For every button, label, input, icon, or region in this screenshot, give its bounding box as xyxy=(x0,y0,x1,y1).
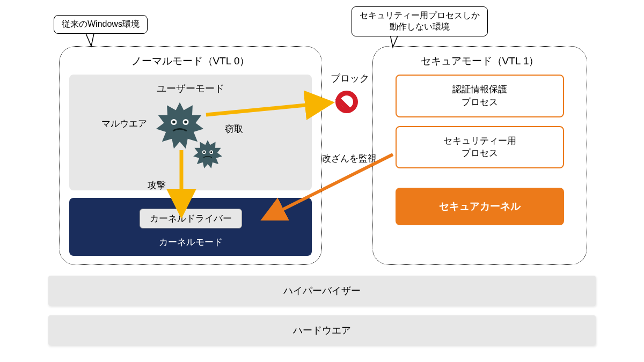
callout-tail-left xyxy=(82,31,98,50)
svg-point-13 xyxy=(210,151,212,153)
svg-point-12 xyxy=(203,151,205,153)
attack-label: 攻撃 xyxy=(148,179,166,191)
cred-protect-box: 認証情報保護 プロセス xyxy=(396,75,564,117)
virus-icon-small xyxy=(193,139,223,171)
callout-traditional-windows: 従来のWindows環境 xyxy=(54,15,148,34)
user-mode-title: ユーザーモード xyxy=(77,82,304,95)
hardware-layer: ハードウエア xyxy=(48,315,596,345)
security-process-box: セキュリティー用 プロセス xyxy=(396,126,564,169)
kernel-driver-box: カーネルドライバー xyxy=(140,209,242,228)
kernel-mode-label: カーネルモード xyxy=(77,236,304,248)
block-icon xyxy=(334,89,360,115)
secure-kernel-label: セキュアカーネル xyxy=(439,201,521,212)
secure-kernel-box: セキュアカーネル xyxy=(396,188,564,225)
block-label: ブロック xyxy=(331,72,369,85)
cred-protect-l2: プロセス xyxy=(462,97,498,107)
steal-label: 窃取 xyxy=(225,123,243,135)
security-process-l2: プロセス xyxy=(462,148,498,158)
hardware-label: ハードウエア xyxy=(293,325,351,336)
security-process-l1: セキュリティー用 xyxy=(443,136,516,146)
svg-point-7 xyxy=(172,121,175,124)
user-mode-box: ユーザーモード マルウエア 窃取 攻撃 xyxy=(69,75,312,190)
callout-text-l2: 動作しない環境 xyxy=(390,22,450,31)
cred-protect-l1: 認証情報保護 xyxy=(452,84,507,94)
svg-marker-9 xyxy=(193,140,222,168)
kernel-mode-box: カーネルドライバー カーネルモード xyxy=(69,198,312,256)
secure-mode-title: セキュアモード（VTL 1） xyxy=(383,54,577,68)
secure-mode-container: セキュアモード（VTL 1） 認証情報保護 プロセス セキュリティー用 プロセス… xyxy=(372,46,587,265)
malware-label: マルウエア xyxy=(101,117,147,130)
callout-text-l1: セキュリティー用プロセスしか xyxy=(360,11,480,20)
normal-mode-title: ノーマルモード（VTL 0） xyxy=(69,54,312,68)
callout-text: 従来のWindows環境 xyxy=(62,19,140,28)
hypervisor-label: ハイパーバイザー xyxy=(283,285,361,296)
svg-point-8 xyxy=(184,121,187,124)
monitor-label: 改ざんを監視 xyxy=(322,152,377,165)
diagram-root: 従来のWindows環境 セキュリティー用プロセスしか 動作しない環境 ノーマル… xyxy=(0,0,644,362)
hypervisor-layer: ハイパーバイザー xyxy=(48,276,596,306)
normal-mode-container: ノーマルモード（VTL 0） ユーザーモード マルウエア 窃取 攻撃 xyxy=(59,46,322,265)
callout-security-only: セキュリティー用プロセスしか 動作しない環境 xyxy=(352,6,488,36)
